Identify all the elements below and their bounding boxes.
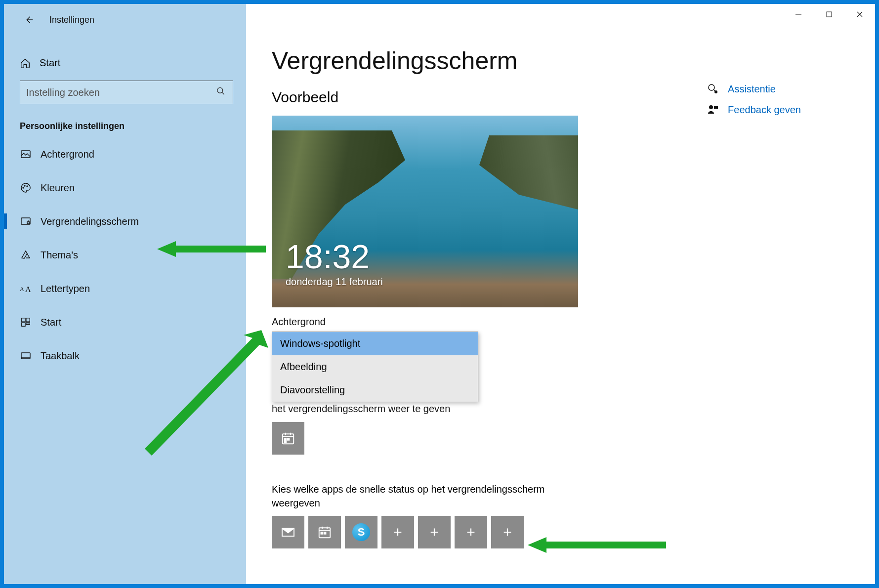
sidebar-item-label: Taakbalk [41, 350, 80, 362]
assist-icon [707, 83, 719, 95]
feedback-label: Feedback geven [728, 104, 801, 116]
quick-status-tile-add-1[interactable]: + [381, 516, 414, 548]
palette-icon [20, 182, 32, 194]
svg-point-3 [24, 185, 25, 186]
search-input[interactable] [26, 87, 227, 98]
right-links: Assistentie Feedback geven [707, 83, 801, 116]
quick-status-tile-mail[interactable] [272, 516, 304, 548]
preview-time: 18:32 [286, 237, 370, 276]
back-button[interactable] [22, 13, 36, 27]
svg-rect-9 [22, 318, 25, 322]
page-title: Vergrendelingsscherm [272, 46, 855, 75]
dropdown-option-spotlight[interactable]: Windows-spotlight [272, 332, 478, 355]
sidebar-item-lettertypen[interactable]: AA Lettertypen [4, 272, 246, 305]
svg-rect-6 [27, 222, 30, 224]
detailed-status-text-tail: het vergrendelingsscherm weer te geven [272, 403, 450, 414]
sidebar-item-label: Kleuren [41, 182, 75, 194]
sidebar-item-kleuren[interactable]: Kleuren [4, 171, 246, 205]
svg-rect-14 [21, 353, 30, 359]
themes-icon [20, 249, 32, 261]
background-dropdown[interactable]: Windows-spotlight Afbeelding Diavoorstel… [272, 332, 478, 402]
dropdown-option-afbeelding[interactable]: Afbeelding [272, 355, 478, 378]
fonts-icon: AA [20, 283, 32, 294]
mail-icon [280, 524, 296, 540]
quick-status-tile-skype[interactable]: S [345, 516, 377, 548]
settings-window: Instellingen Start Persoonlijke instelli… [4, 4, 875, 584]
home-label: Start [40, 57, 60, 69]
svg-point-2 [23, 187, 24, 188]
calendar-icon [317, 525, 332, 540]
calendar-icon [281, 431, 295, 446]
svg-point-20 [709, 84, 714, 90]
dropdown-option-diavoorstelling[interactable]: Diavoorstelling [272, 378, 478, 402]
sidebar-item-label: Lettertypen [41, 283, 90, 294]
sidebar-item-themas[interactable]: Thema's [4, 238, 246, 272]
start-icon [20, 316, 32, 328]
svg-rect-29 [288, 438, 290, 440]
svg-point-21 [714, 90, 717, 93]
sidebar-item-achtergrond[interactable]: Achtergrond [4, 137, 246, 171]
svg-text:A: A [20, 286, 24, 293]
svg-rect-17 [827, 12, 832, 17]
svg-rect-13 [28, 323, 30, 325]
preview-date: donderdag 11 februari [286, 276, 383, 288]
assist-label: Assistentie [728, 84, 776, 95]
background-label: Achtergrond [272, 316, 855, 328]
feedback-link[interactable]: Feedback geven [707, 104, 801, 116]
home-icon [20, 58, 31, 69]
sidebar: Instellingen Start Persoonlijke instelli… [4, 4, 246, 584]
window-controls [783, 4, 875, 25]
picture-icon [20, 148, 32, 160]
taskbar-icon [20, 350, 32, 362]
svg-text:A: A [25, 285, 31, 293]
svg-point-0 [217, 87, 223, 93]
app-title: Instellingen [49, 15, 94, 25]
main-content: Assistentie Feedback geven Vergrendeling… [246, 4, 875, 584]
plus-icon: + [466, 524, 475, 541]
sidebar-item-label: Thema's [41, 250, 78, 261]
skype-icon: S [352, 523, 370, 541]
category-label: Persoonlijke instellingen [4, 109, 246, 137]
quick-status-label: Kies welke apps de snelle status op het … [272, 482, 578, 510]
svg-rect-11 [22, 323, 25, 326]
lockscreen-icon [20, 215, 32, 227]
svg-rect-37 [324, 532, 326, 534]
detailed-status-app-tile[interactable] [272, 422, 304, 455]
feedback-icon [707, 104, 719, 116]
search-icon [216, 86, 226, 99]
preview-landscape-right [479, 135, 578, 210]
svg-rect-28 [285, 438, 287, 440]
home-link[interactable]: Start [4, 50, 246, 76]
back-arrow-icon [23, 14, 34, 25]
maximize-button[interactable] [814, 4, 844, 25]
svg-point-4 [27, 186, 28, 187]
svg-rect-10 [26, 318, 30, 322]
quick-status-tile-add-2[interactable]: + [418, 516, 451, 548]
search-input-wrap[interactable] [20, 81, 233, 104]
quick-status-tile-add-4[interactable]: + [491, 516, 524, 548]
svg-rect-30 [285, 441, 287, 443]
sidebar-item-label: Vergrendelingsscherm [41, 216, 139, 227]
svg-rect-23 [714, 106, 718, 109]
svg-rect-36 [321, 532, 323, 534]
detailed-status-text: het vergrendelingsscherm weer te geven [272, 401, 598, 416]
titlebar: Instellingen [4, 13, 246, 36]
sidebar-item-start[interactable]: Start [4, 305, 246, 339]
plus-icon: + [393, 524, 402, 541]
sidebar-item-vergrendelingsscherm[interactable]: Vergrendelingsscherm [4, 205, 246, 238]
lockscreen-preview: 18:32 donderdag 11 februari [272, 116, 578, 307]
close-button[interactable] [844, 4, 875, 25]
assist-link[interactable]: Assistentie [707, 83, 801, 95]
sidebar-item-label: Achtergrond [41, 149, 94, 160]
plus-icon: + [503, 524, 512, 541]
sidebar-item-label: Start [41, 317, 61, 328]
quick-status-tile-calendar[interactable] [308, 516, 341, 548]
svg-point-22 [709, 105, 713, 109]
sidebar-item-taakbalk[interactable]: Taakbalk [4, 339, 246, 373]
plus-icon: + [430, 524, 439, 541]
minimize-button[interactable] [783, 4, 814, 25]
quick-status-tile-add-3[interactable]: + [455, 516, 487, 548]
